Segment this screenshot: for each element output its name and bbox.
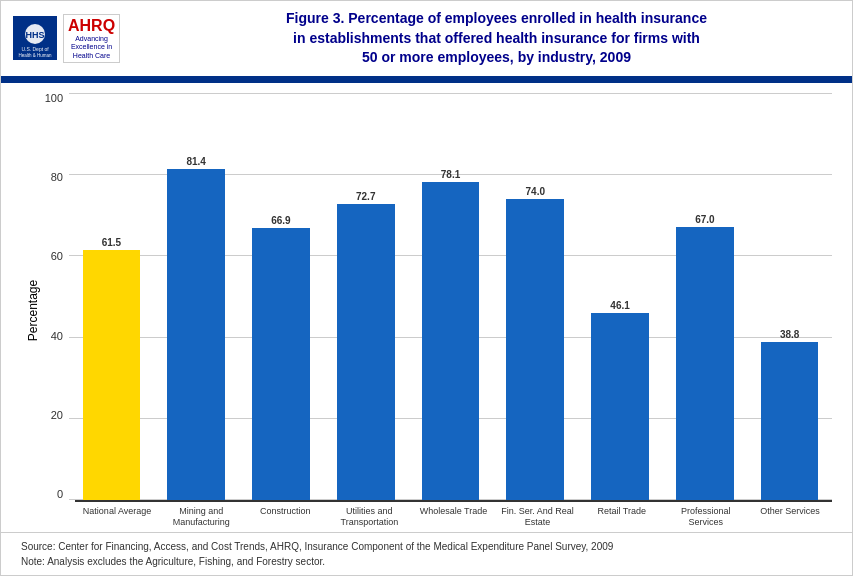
note-text: Note: Analysis excludes the Agriculture,…	[21, 554, 832, 569]
bar-group: 66.9	[239, 93, 324, 501]
y-tick: 100	[41, 93, 63, 104]
bar	[83, 250, 141, 501]
bar-group: 67.0	[662, 93, 747, 501]
bars-row: 61.581.466.972.778.174.046.167.038.8	[69, 93, 832, 501]
bar-value-label: 74.0	[526, 186, 545, 197]
bar-group: 38.8	[747, 93, 832, 501]
y-tick: 80	[41, 172, 63, 183]
bar-value-label: 67.0	[695, 214, 714, 225]
x-axis-label: Retail Trade	[580, 506, 664, 528]
y-ticks: 020406080100	[41, 93, 69, 501]
ahrq-text: AHRQ	[68, 17, 115, 35]
x-axis-line	[75, 500, 832, 502]
x-axis-label: National Average	[75, 506, 159, 528]
x-axis-label: Utilities and Transportation	[327, 506, 411, 528]
bar-value-label: 72.7	[356, 191, 375, 202]
x-axis-label: Construction	[243, 506, 327, 528]
chart-inner: 020406080100 61.581.466.972.778.174.046.…	[41, 93, 832, 528]
logo-area: HHS U.S. Dept of Health & Human AHRQ Adv…	[13, 14, 153, 63]
ahrq-logo: AHRQ Advancing Excellence in Health Care	[63, 14, 120, 63]
svg-text:Health & Human: Health & Human	[18, 53, 52, 58]
svg-text:U.S. Dept of: U.S. Dept of	[21, 46, 49, 52]
x-axis-label: Wholesale Trade	[411, 506, 495, 528]
bar	[506, 199, 564, 501]
svg-text:HHS: HHS	[25, 30, 44, 40]
bar-value-label: 61.5	[102, 237, 121, 248]
y-tick: 40	[41, 331, 63, 342]
bar-group: 81.4	[154, 93, 239, 501]
bar-value-label: 38.8	[780, 329, 799, 340]
bar	[337, 204, 395, 500]
bar	[422, 182, 480, 500]
bar-group: 78.1	[408, 93, 493, 501]
bar-value-label: 78.1	[441, 169, 460, 180]
bars-section: 61.581.466.972.778.174.046.167.038.8	[69, 93, 832, 501]
bar	[591, 313, 649, 501]
bar-value-label: 66.9	[271, 215, 290, 226]
footnotes: Source: Center for Financing, Access, an…	[1, 532, 852, 575]
y-tick: 60	[41, 251, 63, 262]
bar-group: 74.0	[493, 93, 578, 501]
chart-area: Percentage 020406080100 61.581.466.972.7…	[21, 93, 832, 528]
bar	[167, 169, 225, 501]
header: HHS U.S. Dept of Health & Human AHRQ Adv…	[1, 1, 852, 79]
bar-group: 46.1	[578, 93, 663, 501]
bar-value-label: 46.1	[610, 300, 629, 311]
x-labels: National AverageMining and Manufacturing…	[75, 506, 832, 528]
bar	[676, 227, 734, 500]
bar	[761, 342, 819, 500]
chart-title: Figure 3. Percentage of employees enroll…	[153, 9, 840, 68]
bar-value-label: 81.4	[186, 156, 205, 167]
y-tick: 20	[41, 410, 63, 421]
x-axis-label: Mining and Manufacturing	[159, 506, 243, 528]
y-tick: 0	[41, 489, 63, 500]
x-axis-label: Professional Services	[664, 506, 748, 528]
x-axis-label: Fin. Ser. And Real Estate	[496, 506, 580, 528]
hhs-logo: HHS U.S. Dept of Health & Human	[13, 16, 57, 60]
y-ticks-and-bars: 020406080100 61.581.466.972.778.174.046.…	[41, 93, 832, 501]
source-text: Source: Center for Financing, Access, an…	[21, 539, 832, 554]
main-container: HHS U.S. Dept of Health & Human AHRQ Adv…	[0, 0, 853, 576]
bar-group: 61.5	[69, 93, 154, 501]
ahrq-sub: Advancing Excellence in Health Care	[71, 35, 112, 60]
y-axis-label: Percentage	[21, 93, 41, 528]
bar-group: 72.7	[323, 93, 408, 501]
chart-container: Percentage 020406080100 61.581.466.972.7…	[1, 83, 852, 528]
bar	[252, 228, 310, 501]
x-axis-label: Other Services	[748, 506, 832, 528]
